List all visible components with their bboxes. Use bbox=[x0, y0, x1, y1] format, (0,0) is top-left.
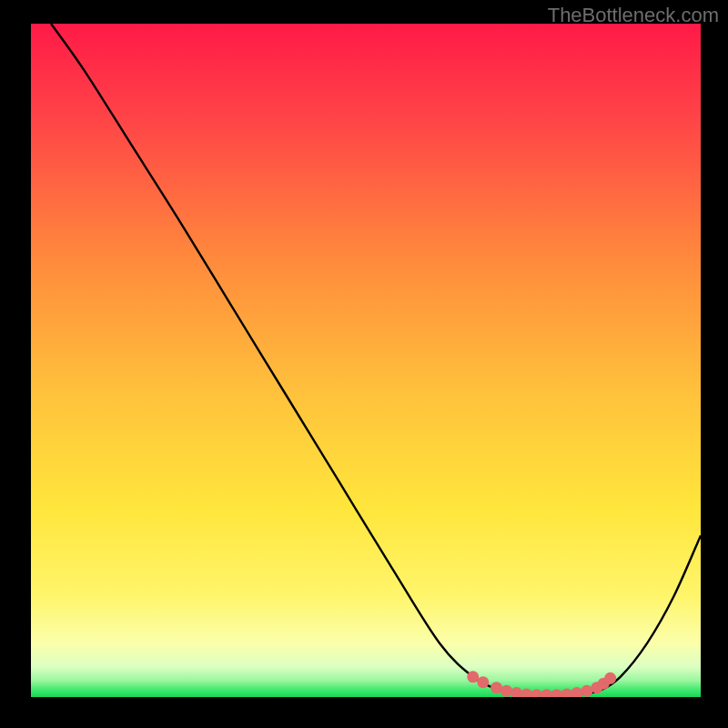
plot-area bbox=[31, 24, 701, 697]
highlight-dot bbox=[490, 682, 502, 693]
highlight-dot bbox=[467, 671, 479, 682]
highlight-dot bbox=[571, 687, 582, 697]
highlight-dot bbox=[541, 689, 552, 697]
highlight-dot bbox=[511, 687, 522, 697]
highlight-dot bbox=[500, 685, 512, 697]
highlight-dot bbox=[551, 689, 562, 697]
watermark-text: TheBottleneck.com bbox=[548, 4, 719, 27]
highlight-dot bbox=[531, 689, 542, 697]
highlight-dot bbox=[477, 676, 489, 688]
highlight-dots bbox=[31, 24, 701, 697]
highlight-dot bbox=[581, 685, 592, 697]
highlight-dot bbox=[521, 689, 532, 697]
highlight-dot bbox=[604, 672, 616, 684]
